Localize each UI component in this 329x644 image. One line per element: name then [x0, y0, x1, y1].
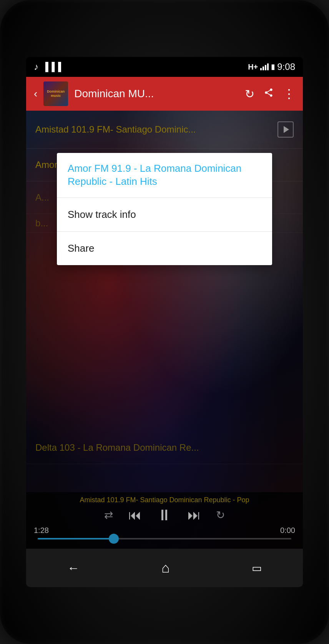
network-type-badge: H+: [248, 63, 258, 71]
back-button[interactable]: ‹: [34, 88, 37, 100]
status-bar: ♪ ▐▐▐ H+ ▮ 9:08: [26, 57, 303, 77]
app-icon-inner: Dominicanmusic: [43, 81, 68, 106]
home-nav-button[interactable]: ⌂: [161, 560, 170, 576]
context-menu: Amor FM 91.9 - La Romana Dominican Repub…: [57, 153, 272, 265]
more-options-button[interactable]: ⋮: [283, 86, 295, 101]
share-menu-item[interactable]: Share: [57, 232, 272, 265]
music-note-icon: ♪: [34, 61, 38, 72]
context-menu-title: Amor FM 91.9 - La Romana Dominican Repub…: [57, 153, 272, 198]
refresh-button[interactable]: ↻: [245, 87, 254, 101]
app-icon-label: Dominicanmusic: [47, 90, 65, 98]
app-bar-actions: ↻ ⋮: [245, 86, 295, 101]
nav-bar: ← ⌂ ▭: [26, 549, 303, 587]
content-area: Amistad 101.9 FM- Santiago Dominic... Am…: [26, 111, 303, 549]
phone-device: ♪ ▐▐▐ H+ ▮ 9:08 ‹ Dominicanmusic: [0, 0, 329, 644]
app-bar-title: Dominican MU...: [74, 88, 239, 100]
status-bar-left: ♪ ▐▐▐: [34, 61, 61, 72]
bars-icon: ▐▐▐: [42, 62, 61, 72]
status-time: 9:08: [277, 61, 295, 72]
status-bar-right: H+ ▮ 9:08: [248, 61, 295, 72]
share-button[interactable]: [264, 88, 274, 100]
show-track-info-menu-item[interactable]: Show track info: [57, 198, 272, 232]
battery-icon: ▮: [271, 63, 275, 71]
back-nav-button[interactable]: ←: [67, 561, 80, 575]
app-bar: ‹ Dominicanmusic Dominican MU... ↻ ⋮: [26, 77, 303, 111]
app-icon: Dominicanmusic: [43, 81, 68, 106]
phone-screen: ♪ ▐▐▐ H+ ▮ 9:08 ‹ Dominicanmusic: [26, 57, 303, 587]
recents-nav-button[interactable]: ▭: [252, 562, 262, 574]
signal-strength-icon: [260, 63, 269, 70]
